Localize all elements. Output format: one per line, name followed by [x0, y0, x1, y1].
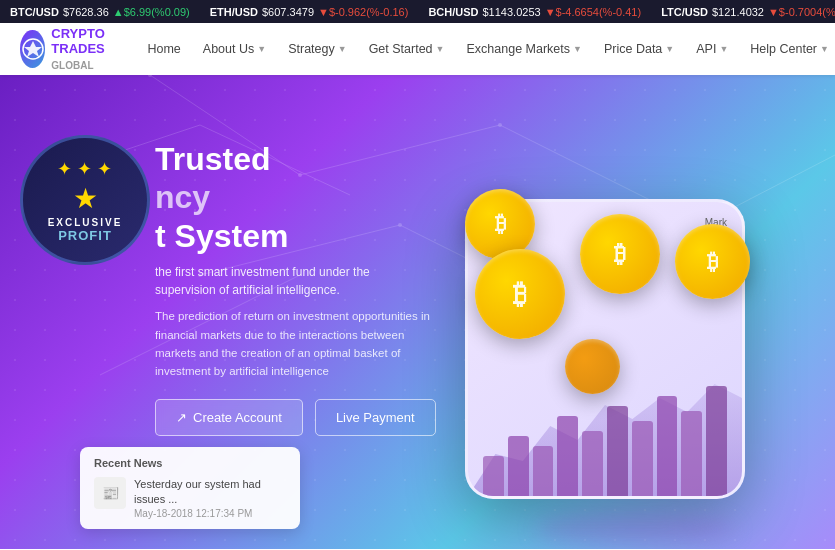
- news-item-icon: 📰: [94, 477, 126, 509]
- news-item-1[interactable]: 📰 Yesterday our system had issues ... Ma…: [94, 477, 286, 519]
- logo[interactable]: CRYPTOTRADES GLOBAL: [20, 26, 117, 73]
- cta-buttons: ↗ Create Account Live Payment: [155, 399, 436, 436]
- nav-price-data[interactable]: Price Data ▼: [594, 36, 684, 62]
- ticker-change-btc: ▲$6.99(%0.09): [113, 6, 190, 18]
- phone-mockup-area: Mark Jan 22 ₿ ₿ ₿ ₿: [375, 169, 805, 529]
- hero-heading: Trusted ncy t System: [155, 140, 436, 255]
- hero-section: ✦ ✦ ✦ ★ EXCLUSIVE PROFIT Trusted ncy t S…: [0, 75, 835, 549]
- nav-home[interactable]: Home: [137, 36, 190, 62]
- btc-coin-2: ₿: [475, 249, 565, 339]
- nav-help[interactable]: Help Center ▼: [740, 36, 835, 62]
- nav-strategy[interactable]: Strategy ▼: [278, 36, 356, 62]
- ticker-item-eth: ETH/USD $607.3479 ▼$-0.962(%-0.16): [210, 6, 409, 18]
- ticker-item-ltc: LTC/USD $121.4032 ▼$-0.7004(%-0.57): [661, 6, 835, 18]
- news-section-title: Recent News: [94, 457, 286, 469]
- ticker-coin-ltc: LTC/USD: [661, 6, 708, 18]
- ticker-change-bch: ▼$-4.6654(%-0.41): [545, 6, 642, 18]
- nav-about[interactable]: About Us ▼: [193, 36, 276, 62]
- logo-text: CRYPTOTRADES GLOBAL: [51, 26, 117, 73]
- btc-coin-4: ₿: [675, 224, 750, 299]
- ticker-item-btc: BTC/USD $7628.36 ▲$6.99(%0.09): [10, 6, 190, 18]
- badge-star-icon: ★: [73, 182, 98, 215]
- hero-subtext: the first smart investment fund under th…: [155, 263, 415, 299]
- btc-coin-5: [565, 339, 620, 394]
- ticker-coin-btc: BTC/USD: [10, 6, 59, 18]
- nav-api[interactable]: API ▼: [686, 36, 738, 62]
- badge-text-exclusive: EXCLUSIVE: [48, 217, 123, 228]
- news-item-date: May-18-2018 12:17:34 PM: [134, 508, 286, 519]
- svg-marker-1: [24, 41, 42, 57]
- news-item-content: Yesterday our system had issues ... May-…: [134, 477, 286, 519]
- btc-coin-3: ₿: [580, 214, 660, 294]
- hero-description: The prediction of return on investment o…: [155, 307, 435, 381]
- svg-point-13: [498, 123, 502, 127]
- nav-exchange-markets[interactable]: Exchange Markets ▼: [457, 36, 592, 62]
- hero-text-block: Trusted ncy t System the first smart inv…: [155, 140, 436, 436]
- ticker-price-ltc: $121.4032: [712, 6, 764, 18]
- exclusive-profit-badge: ✦ ✦ ✦ ★ EXCLUSIVE PROFIT: [20, 135, 150, 265]
- nav-get-started[interactable]: Get Started ▼: [359, 36, 455, 62]
- ticker-coin-bch: BCH/USD: [428, 6, 478, 18]
- create-account-button[interactable]: ↗ Create Account: [155, 399, 303, 436]
- svg-point-11: [148, 75, 152, 77]
- ticker-item-bch: BCH/USD $1143.0253 ▼$-4.6654(%-0.41): [428, 6, 641, 18]
- badge-stars-icon: ✦ ✦ ✦: [57, 158, 112, 180]
- ticker-change-ltc: ▼$-0.7004(%-0.57): [768, 6, 835, 18]
- ticker-price-bch: $1143.0253: [483, 6, 541, 18]
- ticker-price-eth: $607.3479: [262, 6, 314, 18]
- live-payment-button[interactable]: Live Payment: [315, 399, 436, 436]
- ticker-price-btc: $7628.36: [63, 6, 109, 18]
- main-navigation: Home About Us ▼ Strategy ▼ Get Started ▼…: [137, 36, 835, 62]
- ticker-bar: BTC/USD $7628.36 ▲$6.99(%0.09) ETH/USD $…: [0, 0, 835, 23]
- badge-text-profit: PROFIT: [58, 228, 112, 243]
- recent-news-panel: Recent News 📰 Yesterday our system had i…: [80, 447, 300, 529]
- ticker-change-eth: ▼$-0.962(%-0.16): [318, 6, 408, 18]
- news-item-headline: Yesterday our system had issues ...: [134, 477, 286, 506]
- ticker-coin-eth: ETH/USD: [210, 6, 258, 18]
- cursor-icon: ↗: [176, 410, 187, 425]
- navbar: CRYPTOTRADES GLOBAL Home About Us ▼ Stra…: [0, 23, 835, 75]
- logo-icon: [20, 30, 45, 68]
